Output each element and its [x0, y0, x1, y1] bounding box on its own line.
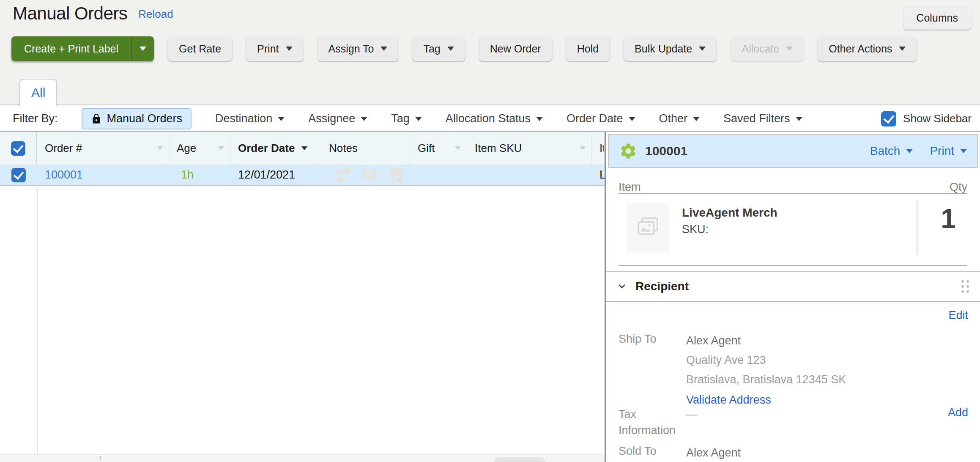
print-dropdown-label: Print	[930, 144, 954, 158]
internal-note-icon[interactable]	[388, 167, 405, 184]
print-dropdown[interactable]: Print	[930, 144, 967, 158]
filter-tag[interactable]: Tag	[391, 112, 422, 125]
chevron-down-icon	[447, 47, 454, 51]
lock-icon	[91, 113, 102, 124]
chevron-down-icon	[140, 47, 146, 51]
chevron-down-icon	[629, 117, 635, 121]
tax-information-field: Tax Information — Add	[619, 406, 968, 438]
column-header-gift[interactable]: Gift	[410, 132, 467, 165]
sidebar-order-number: 100001	[645, 144, 687, 158]
recipient-section-header[interactable]: Recipient	[606, 271, 980, 302]
tax-information-label: Tax Information	[619, 406, 686, 438]
grid-header-row: Order # Age Order Date Notes Gift	[0, 132, 605, 165]
chevron-down-icon	[906, 149, 913, 153]
column-header-order-number[interactable]: Order #	[37, 132, 169, 165]
bulk-update-button[interactable]: Bulk Update	[624, 36, 717, 61]
chevron-down-icon	[796, 117, 802, 121]
locked-filter-chip[interactable]: Manual Orders	[82, 108, 192, 129]
chevron-down-icon	[536, 117, 543, 121]
locked-filter-label: Manual Orders	[107, 112, 183, 125]
hold-button[interactable]: Hold	[566, 36, 610, 61]
sort-desc-icon	[301, 146, 307, 150]
filter-assignee-label: Assignee	[308, 112, 355, 125]
gear-icon[interactable]	[619, 142, 638, 160]
order-note-icon[interactable]	[361, 167, 378, 184]
order-number-link[interactable]: 100001	[45, 168, 83, 182]
row-item-sku-cell	[467, 165, 592, 185]
get-rate-button[interactable]: Get Rate	[168, 36, 232, 61]
tab-all[interactable]: All	[19, 79, 57, 106]
filter-order-date[interactable]: Order Date	[567, 112, 635, 125]
row-item-name-cell: L	[592, 165, 605, 185]
other-actions-button[interactable]: Other Actions	[818, 36, 917, 61]
new-order-button[interactable]: New Order	[479, 36, 552, 61]
chevron-down-icon	[415, 117, 422, 121]
image-placeholder-icon	[635, 216, 660, 240]
recipient-address-line1: Quality Ave 123	[686, 350, 968, 370]
column-header-item-name[interactable]: It	[592, 132, 605, 165]
column-header-notes[interactable]: Notes	[321, 132, 410, 165]
toolbar: Create + Print Label Get Rate Print Assi…	[11, 36, 917, 61]
checkbox-column-divider	[37, 187, 38, 454]
print-button-label: Print	[257, 43, 279, 55]
column-filter-icon[interactable]	[157, 146, 163, 150]
filter-other[interactable]: Other	[659, 112, 700, 125]
qty-column-label: Qty	[950, 181, 967, 194]
chevron-down-icon	[286, 47, 293, 51]
page-title: Manual Orders	[13, 3, 127, 24]
edit-link[interactable]: Edit	[948, 309, 968, 322]
columns-button[interactable]: Columns	[903, 6, 971, 30]
select-all-checkbox[interactable]	[11, 141, 25, 156]
customer-note-icon[interactable]	[334, 167, 351, 184]
tax-information-value: —	[686, 406, 948, 438]
filter-saved-filters-label: Saved Filters	[723, 112, 790, 125]
column-header-age-label: Age	[177, 142, 196, 155]
drag-handle-icon[interactable]	[961, 280, 969, 293]
sold-to-name: Alex Agent	[686, 443, 968, 462]
row-checkbox[interactable]	[11, 168, 26, 182]
show-sidebar-label: Show Sidebar	[903, 112, 972, 125]
filter-destination[interactable]: Destination	[215, 112, 285, 125]
print-button[interactable]: Print	[246, 36, 303, 61]
bulk-update-button-label: Bulk Update	[635, 43, 692, 55]
row-age-cell: 1h	[169, 165, 230, 185]
assign-to-button[interactable]: Assign To	[318, 36, 399, 61]
other-actions-button-label: Other Actions	[829, 43, 892, 55]
manual-orders-screen: Manual Orders Reload Columns Create + Pr…	[0, 0, 980, 462]
allocate-button: Allocate	[731, 36, 804, 61]
filter-allocation-status-label: Allocation Status	[446, 112, 531, 125]
item-sku-label: SKU:	[682, 223, 709, 236]
horizontal-scrollbar[interactable]	[0, 454, 605, 462]
sidebar-order-header: 100001 Batch Print	[608, 134, 978, 168]
batch-dropdown-label: Batch	[870, 144, 901, 158]
column-header-age[interactable]: Age	[169, 132, 230, 165]
edit-row: Edit	[948, 309, 968, 322]
column-filter-icon[interactable]	[455, 146, 461, 150]
top-header: Manual Orders Reload Columns Create + Pr…	[0, 0, 980, 105]
show-sidebar-checkbox[interactable]	[881, 111, 896, 126]
filter-allocation-status[interactable]: Allocation Status	[446, 112, 543, 125]
chevron-down-icon	[786, 47, 793, 51]
column-header-item-sku[interactable]: Item SKU	[467, 132, 592, 165]
reload-link[interactable]: Reload	[138, 8, 173, 24]
chevron-down-icon[interactable]	[617, 281, 627, 292]
filter-saved-filters[interactable]: Saved Filters	[723, 112, 802, 125]
batch-dropdown[interactable]: Batch	[870, 144, 913, 158]
select-all-header-cell[interactable]	[0, 132, 37, 165]
add-tax-link[interactable]: Add	[948, 406, 968, 438]
column-filter-icon[interactable]	[218, 146, 224, 150]
filter-bar: Filter By: Manual Orders Destination Ass…	[0, 106, 980, 131]
order-row[interactable]: 100001 1h 12/01/2021	[0, 165, 605, 186]
filter-assignee[interactable]: Assignee	[308, 112, 367, 125]
column-filter-icon[interactable]	[580, 146, 586, 150]
tag-button[interactable]: Tag	[412, 36, 465, 61]
scrollbar-thumb[interactable]	[494, 457, 545, 462]
column-header-order-date[interactable]: Order Date	[230, 132, 321, 165]
sold-to-value: Alex Agent	[686, 443, 968, 462]
age-value: 1h	[177, 168, 194, 182]
show-sidebar-toggle[interactable]: Show Sidebar	[881, 111, 972, 126]
sold-to-field: Sold To Alex Agent	[619, 443, 968, 462]
ship-to-field: Ship To Alex Agent Quality Ave 123 Brati…	[619, 331, 968, 410]
create-print-label-dropdown-button[interactable]	[131, 36, 154, 61]
create-print-label-button[interactable]: Create + Print Label	[11, 36, 131, 61]
